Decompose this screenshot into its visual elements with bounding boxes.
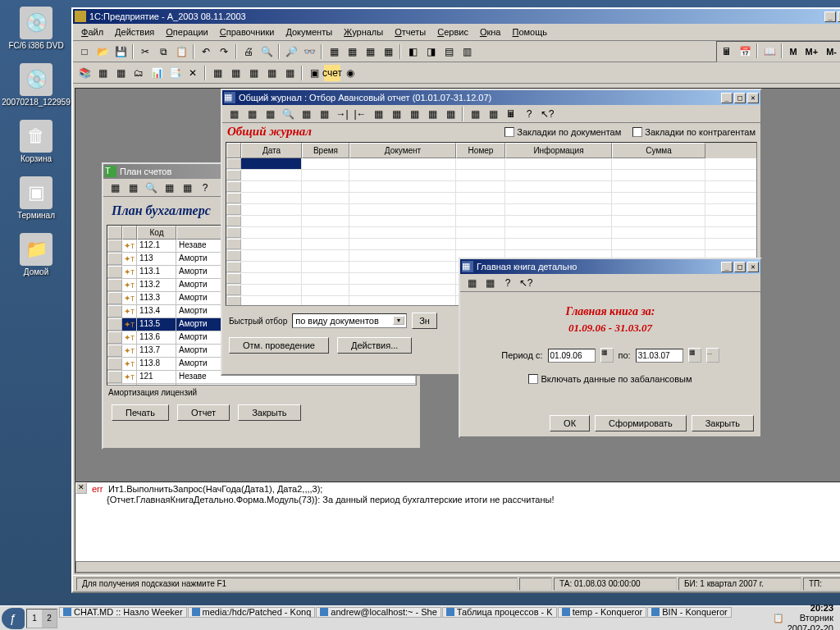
taskbar-button[interactable]: temp - Konqueror	[558, 607, 647, 618]
tb-icon[interactable]: |←	[352, 106, 368, 122]
tb-icon[interactable]: 🔍	[143, 180, 159, 196]
tb-icon[interactable]: ▦	[380, 43, 396, 60]
journal-row[interactable]	[226, 158, 756, 170]
close-button[interactable]: Закрыть	[692, 415, 754, 431]
help-icon[interactable]: 📖	[761, 43, 778, 60]
menu-item[interactable]: Справочники	[215, 25, 280, 39]
print-button[interactable]: Печать	[112, 404, 169, 421]
m-plus-button[interactable]: M+	[802, 43, 822, 60]
tb-icon[interactable]: ▦	[344, 43, 360, 60]
col-time[interactable]: Время	[302, 143, 349, 158]
menu-item[interactable]: Помощь	[507, 25, 552, 39]
col-sum[interactable]: Сумма	[612, 143, 705, 158]
tb-icon[interactable]: ▦	[94, 65, 111, 81]
actions-button[interactable]: Действия...	[337, 337, 412, 354]
tb-icon[interactable]: ▣	[306, 65, 322, 81]
bookmark-contr-checkbox[interactable]: Закладки по контрагентам	[632, 127, 756, 137]
tb-icon[interactable]: →|	[334, 106, 350, 122]
journal-row[interactable]	[226, 170, 756, 181]
log-hscroll[interactable]	[75, 561, 840, 573]
ok-button[interactable]: ОК	[550, 415, 590, 431]
journal-row[interactable]	[226, 181, 756, 193]
redo-icon[interactable]: ↷	[216, 43, 232, 60]
preview-icon[interactable]: 🔍	[258, 43, 275, 60]
menu-item[interactable]: Журналы	[339, 25, 388, 39]
menu-item[interactable]: Сервис	[432, 25, 473, 39]
tb-icon[interactable]: ?	[197, 180, 213, 196]
tb-icon[interactable]: ▦	[424, 106, 441, 122]
tb-icon[interactable]: ◉	[342, 65, 358, 81]
menu-item[interactable]: Отчеты	[390, 25, 431, 39]
desktop-icon[interactable]: 💿20070218_122959	[7, 63, 66, 107]
filter-value-button[interactable]: Зн	[412, 313, 437, 329]
journal-row[interactable]	[226, 227, 756, 239]
tb-icon[interactable]: ✕	[185, 65, 201, 81]
taskbar-button[interactable]: BIN - Konqueror	[647, 607, 731, 618]
tb-icon[interactable]: ▤	[441, 43, 457, 60]
menu-item[interactable]: Окна	[475, 25, 506, 39]
desktop-icon[interactable]: 📁Домой	[7, 233, 66, 276]
minimize-button[interactable]: _	[721, 93, 733, 103]
tb-icon[interactable]: ▦	[388, 106, 404, 122]
tb-icon[interactable]: ▦	[226, 106, 242, 122]
tb-icon[interactable]: ▦	[370, 106, 386, 122]
log-close-button[interactable]: ✕	[75, 482, 87, 494]
book-titlebar[interactable]: ▦ Главная книга детально _ □ ✕	[460, 259, 760, 274]
tb-icon[interactable]: ▦	[245, 65, 262, 81]
start-button[interactable]: ƒ	[2, 608, 25, 629]
print-icon[interactable]: 🖨	[240, 43, 257, 60]
cancel-conduct-button[interactable]: Отм. проведение	[229, 337, 329, 354]
taskbar-button[interactable]: media:/hdc/Patched - Konq	[188, 607, 316, 618]
tb-icon[interactable]: ▦	[209, 65, 226, 81]
find-icon[interactable]: 🔎	[283, 43, 299, 60]
col-date[interactable]: Дата	[241, 143, 302, 158]
calendar-icon[interactable]: 📅	[737, 43, 753, 60]
taskbar-button[interactable]: Таблица процессов - K	[442, 607, 557, 618]
journal-row[interactable]	[226, 204, 756, 216]
col-num[interactable]: Номер	[456, 143, 505, 158]
journal-row[interactable]	[226, 216, 756, 227]
m-minus-button[interactable]: M-	[823, 43, 840, 60]
tb-icon[interactable]: ▦	[406, 106, 422, 122]
journal-row[interactable]	[226, 239, 756, 250]
binoc-icon[interactable]: 👓	[301, 43, 317, 60]
desktop-icon[interactable]: ▣Терминал	[7, 176, 66, 220]
tb-icon[interactable]: ▦	[362, 43, 378, 60]
journal-row[interactable]	[226, 193, 756, 204]
tb-icon[interactable]: 🔍	[280, 106, 296, 122]
help-pointer-icon[interactable]: ↖?	[539, 106, 555, 122]
book-icon[interactable]: 📚	[76, 65, 93, 81]
taskbar-button[interactable]: andrew@localhost:~ - She	[316, 607, 441, 618]
menu-item[interactable]: Действия	[110, 25, 159, 39]
tb-icon[interactable]: ▦	[442, 106, 459, 122]
undo-icon[interactable]: ↶	[198, 43, 214, 60]
date-picker-button[interactable]: ▦	[600, 348, 614, 363]
tb-icon[interactable]: ▦	[107, 180, 123, 196]
more-button[interactable]: ...	[706, 348, 719, 363]
tb-icon[interactable]: ▦	[112, 65, 129, 81]
col-doc[interactable]: Документ	[349, 143, 456, 158]
tb-icon[interactable]: ▦	[298, 106, 314, 122]
tb-icon[interactable]: счет	[324, 65, 340, 81]
m-button[interactable]: M	[786, 43, 800, 60]
tb-icon[interactable]: ?	[521, 106, 537, 122]
pager-2[interactable]: 2	[42, 609, 57, 628]
tb-icon[interactable]: ▦	[263, 65, 280, 81]
include-offbalance-checkbox[interactable]: Включать данные по забалансовым	[528, 374, 692, 384]
tb-icon[interactable]: ▦	[463, 275, 480, 291]
bookmark-docs-checkbox[interactable]: Закладки по документам	[504, 127, 621, 137]
tb-icon[interactable]: 📊	[148, 65, 165, 81]
period-to-input[interactable]	[636, 349, 683, 363]
desktop-icon[interactable]: 💿FC/6 i386 DVD	[7, 7, 66, 50]
tb-icon[interactable]: ▦	[244, 106, 260, 122]
tb-icon[interactable]: ▦	[179, 180, 195, 196]
maximize-button[interactable]: □	[734, 262, 746, 272]
tb-icon[interactable]: ▦	[281, 65, 298, 81]
paste-icon[interactable]: 📋	[173, 43, 189, 60]
col-info[interactable]: Информация	[505, 143, 612, 158]
tb-icon[interactable]: 📑	[167, 65, 183, 81]
taskbar-button[interactable]: CHAT.MD :: Назло Weeker	[59, 607, 187, 618]
col-kod[interactable]: Код	[137, 226, 176, 240]
period-from-input[interactable]	[548, 349, 596, 363]
filter-combo[interactable]: по виду документов	[292, 313, 407, 328]
